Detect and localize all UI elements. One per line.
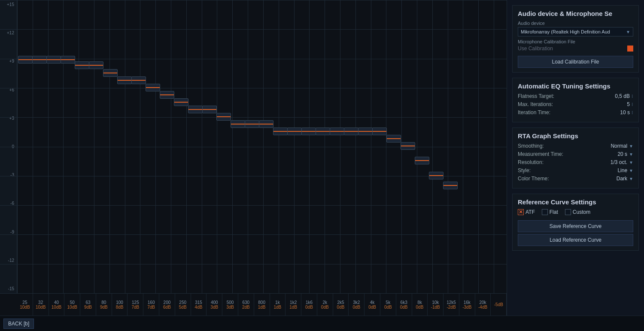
band-handle[interactable]	[75, 61, 89, 69]
band-handle[interactable]	[443, 182, 458, 189]
freq-label-item[interactable]: 6302dB	[238, 294, 254, 316]
color-theme-value-box: Dark ▼	[617, 176, 633, 182]
iterations-row: Max. Iterations: 5 ⁝	[518, 101, 633, 107]
smoothing-arrow[interactable]: ▼	[629, 144, 633, 149]
freq-hz-label: 6k3	[401, 300, 407, 305]
measurement-arrow[interactable]: ▼	[629, 152, 633, 157]
band-handle[interactable]	[287, 128, 302, 135]
freq-label-item[interactable]: 2k0dB	[317, 294, 333, 316]
eq-tuning-section: Automatic EQ Tuning Settings Flatness Ta…	[512, 78, 639, 122]
band-handle[interactable]	[216, 113, 231, 121]
freq-hz-label: 315	[195, 300, 202, 305]
freq-label-item[interactable]: 1k21dB	[286, 294, 301, 316]
flat-checkbox[interactable]	[542, 209, 548, 215]
freq-label-item[interactable]: 10k-1dB	[428, 294, 444, 316]
audio-device-value: Mikrofonarray (Realtek High Definition A…	[521, 29, 610, 34]
custom-checkbox-item[interactable]: Custom	[565, 209, 590, 215]
band-handle[interactable]	[259, 120, 273, 128]
atf-label: ATF	[526, 209, 535, 215]
band-handle[interactable]	[46, 56, 61, 64]
freq-label-item[interactable]: 5010dB	[64, 294, 80, 316]
atf-checkbox-item[interactable]: ✕ ATF	[518, 209, 535, 215]
freq-label-item[interactable]: 3210dB	[33, 294, 49, 316]
band-handle[interactable]	[160, 91, 174, 99]
band-handle[interactable]	[188, 106, 203, 113]
resolution-row: Resolution: 1/3 oct. ▼	[518, 159, 633, 165]
freq-label-item[interactable]: 639dB	[80, 294, 96, 316]
band-handle[interactable]	[273, 128, 288, 135]
band-handle[interactable]	[146, 84, 160, 91]
freq-db-label: 1dB	[273, 305, 281, 310]
freq-labels: 2510dB3210dB4010dB5010dB639dB809dB1008dB…	[0, 293, 507, 316]
eq-area: +15+12+9+6+30-3-6-9-12-15 2510dB3210dB40…	[0, 0, 507, 316]
color-theme-arrow[interactable]: ▼	[629, 176, 633, 181]
freq-label-item[interactable]: 4010dB	[49, 294, 65, 316]
freq-label-item[interactable]: 1k60dB	[301, 294, 317, 316]
resolution-arrow[interactable]: ▼	[629, 160, 633, 165]
freq-label-item[interactable]: 1607dB	[143, 294, 159, 316]
band-handle[interactable]	[316, 128, 330, 135]
band-handle[interactable]	[372, 128, 387, 135]
band-handle[interactable]	[429, 172, 444, 179]
load-cal-btn[interactable]: Load Calibration File	[518, 56, 633, 68]
measurement-row: Measurement Time: 20 s ▼	[518, 151, 633, 157]
band-handle[interactable]	[301, 128, 316, 135]
freq-label-item[interactable]: 5003dB	[222, 294, 238, 316]
freq-label-item[interactable]: 2510dB	[17, 294, 33, 316]
band-handle[interactable]	[245, 120, 259, 128]
atf-checkbox[interactable]: ✕	[518, 209, 524, 215]
band-handle[interactable]	[231, 120, 245, 128]
freq-label-item[interactable]: 6k30dB	[396, 294, 412, 316]
band-handle[interactable]	[358, 128, 373, 135]
freq-label-item[interactable]: 1008dB	[112, 294, 128, 316]
freq-label-item[interactable]: 3k20dB	[349, 294, 365, 316]
freq-label-item[interactable]: -5dB	[491, 294, 507, 316]
freq-db-label: 6dB	[163, 305, 171, 310]
band-handle[interactable]	[32, 56, 47, 64]
band-handle[interactable]	[386, 135, 401, 143]
freq-label-item[interactable]: 2006dB	[159, 294, 175, 316]
band-handle[interactable]	[89, 61, 103, 69]
iteration-time-spin[interactable]: ⁝	[632, 110, 633, 115]
band-handle[interactable]	[103, 69, 118, 77]
custom-checkbox[interactable]	[565, 209, 571, 215]
flatness-spin[interactable]: ⁝	[632, 94, 633, 99]
iterations-spin[interactable]: ⁝	[632, 102, 633, 107]
freq-label-item[interactable]: 809dB	[96, 294, 112, 316]
freq-label-item[interactable]: 1257dB	[128, 294, 143, 316]
freq-label-item[interactable]: 4003dB	[207, 294, 222, 316]
band-handle[interactable]	[344, 128, 358, 135]
freq-label-item[interactable]: 8k0dB	[412, 294, 428, 316]
band-handle[interactable]	[330, 128, 344, 135]
freq-label-item[interactable]: 4k0dB	[365, 294, 380, 316]
freq-label-item[interactable]: 2505dB	[175, 294, 191, 316]
freq-label-item[interactable]: 1k1dB	[270, 294, 286, 316]
audio-device-select[interactable]: Mikrofonarray (Realtek High Definition A…	[518, 27, 633, 36]
flatness-row: Flatness Target: 0,5 dB ⁝	[518, 93, 633, 99]
freq-hz-label: 12k5	[447, 300, 456, 305]
main-area: +15+12+9+6+30-3-6-9-12-15 2510dB3210dB40…	[0, 0, 644, 316]
band-handle[interactable]	[117, 76, 132, 84]
eq-canvas[interactable]: +15+12+9+6+30-3-6-9-12-15	[0, 0, 507, 293]
band-handle[interactable]	[202, 106, 217, 113]
freq-label-item[interactable]: 8001dB	[254, 294, 270, 316]
load-ref-curve-btn[interactable]: Load Reference Curve	[518, 234, 633, 246]
freq-db-label: 0dB	[352, 305, 360, 310]
style-arrow[interactable]: ▼	[629, 168, 633, 173]
save-ref-curve-btn[interactable]: Save Reference Curve	[518, 220, 633, 232]
band-handle[interactable]	[174, 98, 188, 106]
band-handle[interactable]	[18, 56, 33, 64]
band-handle[interactable]	[61, 56, 75, 64]
band-handle[interactable]	[401, 142, 415, 150]
freq-label-item[interactable]: 2k50dB	[333, 294, 349, 316]
freq-label-item[interactable]: 20k-4dB	[475, 294, 491, 316]
freq-label-item[interactable]: 3154dB	[191, 294, 207, 316]
freq-label-item[interactable]: 5k0dB	[380, 294, 396, 316]
band-handle[interactable]	[131, 76, 146, 84]
freq-label-item[interactable]: 16k-3dB	[459, 294, 475, 316]
back-button[interactable]: BACK [b]	[3, 319, 34, 329]
freq-label-item[interactable]: 12k5-2dB	[444, 294, 459, 316]
measurement-label: Measurement Time:	[518, 151, 563, 157]
band-handle[interactable]	[415, 157, 429, 164]
flat-checkbox-item[interactable]: Flat	[542, 209, 558, 215]
